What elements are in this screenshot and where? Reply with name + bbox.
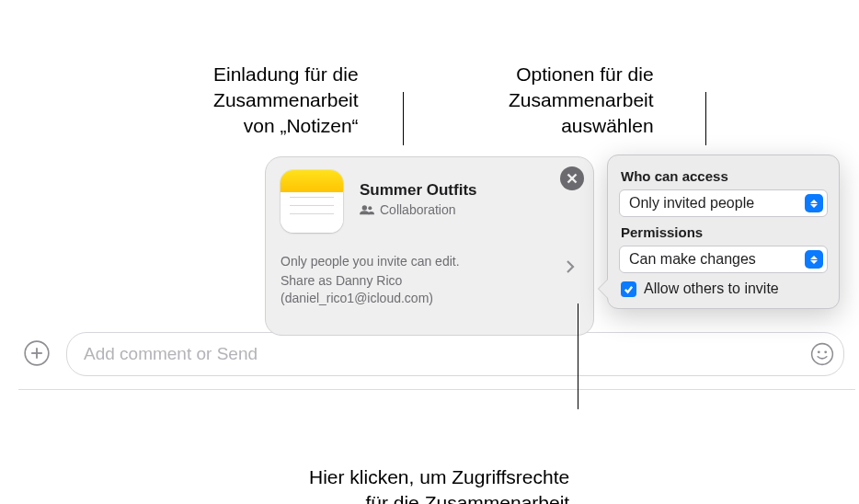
- select-arrows-icon: [805, 250, 823, 269]
- invite-detail-line3: (daniel_rico1@icloud.com): [281, 290, 578, 307]
- smile-icon: [810, 342, 834, 366]
- invite-detail-line2: Share as Danny Rico: [281, 272, 578, 290]
- svg-point-8: [362, 205, 367, 210]
- chevron-right-icon: [566, 260, 575, 273]
- allow-others-to-invite-row[interactable]: Allow others to invite: [619, 281, 828, 297]
- collaboration-options-popover: Who can access Only invited people Permi…: [607, 155, 840, 309]
- callout-invite: Einladung für dieZusammenarbeitvon „Noti…: [213, 9, 359, 166]
- permissions-select[interactable]: Can make changes: [619, 246, 828, 273]
- svg-point-3: [812, 344, 833, 365]
- leader-options: [705, 92, 706, 154]
- select-arrows-icon: [805, 194, 823, 212]
- notes-app-icon: [281, 170, 343, 233]
- callout-permissions: Hier klicken, um Zugriffsrechtefür die Z…: [309, 412, 569, 504]
- allow-others-label: Allow others to invite: [644, 281, 779, 297]
- permissions-value: Can make changes: [629, 251, 756, 268]
- plus-icon: [24, 340, 50, 366]
- checkmark-icon: [624, 284, 634, 294]
- people-icon: [360, 204, 374, 215]
- compose-input[interactable]: Add comment or Send: [66, 332, 844, 376]
- who-can-access-select[interactable]: Only invited people: [619, 189, 828, 217]
- permissions-label: Permissions: [621, 224, 826, 240]
- emoji-button[interactable]: [808, 340, 836, 368]
- notes-invitation-card: Summer Outfits Collaboration Only people…: [265, 156, 594, 336]
- svg-point-4: [818, 350, 820, 353]
- who-can-access-value: Only invited people: [629, 195, 754, 212]
- invite-subtitle: Collaboration: [360, 202, 477, 217]
- allow-others-checkbox[interactable]: [621, 281, 636, 297]
- callout-options: Optionen für dieZusammenarbeitauswählen: [509, 9, 654, 166]
- invite-detail-line1: Only people you invite can edit.: [281, 253, 578, 270]
- who-can-access-label: Who can access: [621, 168, 826, 184]
- invite-title: Summer Outfits: [360, 181, 477, 200]
- invite-details: Only people you invite can edit. Share a…: [281, 253, 578, 307]
- compose-placeholder: Add comment or Send: [84, 344, 258, 364]
- svg-point-5: [824, 350, 827, 353]
- invite-subtitle-text: Collaboration: [380, 202, 456, 217]
- leader-permissions: [578, 304, 578, 409]
- add-attachment-button[interactable]: [23, 339, 51, 367]
- svg-point-9: [368, 206, 372, 210]
- close-icon: [567, 173, 578, 184]
- close-button[interactable]: [560, 166, 584, 190]
- collaboration-settings-button[interactable]: [562, 258, 578, 275]
